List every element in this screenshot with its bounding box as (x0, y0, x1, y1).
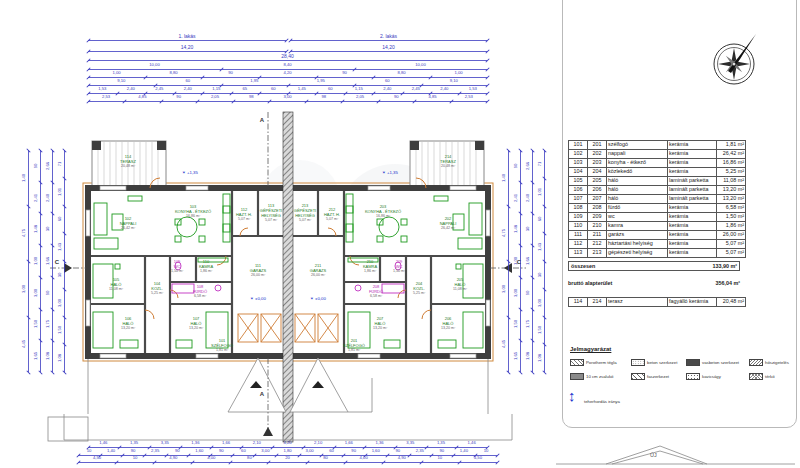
gross-area-row: bruttó alapterület 356,04 m² (568, 280, 740, 286)
schedule-cell: háló (607, 186, 668, 195)
legend-title: Jelmagyarázat (570, 346, 794, 352)
new-building-label: ÚJ (650, 452, 657, 458)
legend-grid: Porotherm téglabeton szerkezetvasbeton s… (570, 359, 794, 380)
schedule-cell: 114 (569, 298, 588, 307)
sw-rc-swatch-icon (686, 359, 700, 366)
schedule-cell: 206 (588, 186, 607, 195)
schedule-cell: 5,07 m² (717, 249, 746, 258)
party-wall (283, 112, 293, 442)
schedule-cell: kerámia (668, 231, 717, 240)
schedule-cell: kerámia (668, 141, 717, 150)
load-direction-arrow-icon: ↕ (568, 388, 576, 403)
schedule-row: 113213gépészeti helyiségkerámia5,07 m² (569, 249, 746, 258)
schedule-cell: 202 (588, 150, 607, 159)
gross-label: bruttó alapterület (568, 280, 612, 286)
terrace-row: 114214teraszfagyálló kerámia20,48 m² (569, 298, 746, 307)
legend-label: Porotherm tégla (586, 360, 617, 365)
schedule-cell: kerámia (668, 240, 717, 249)
schedule-cell: 1,81 m² (717, 141, 746, 150)
terrace-schedule-table: 114214teraszfagyálló kerámia20,48 m² (568, 297, 746, 307)
schedule-cell: 107 (569, 195, 588, 204)
sw-ins-swatch-icon (749, 359, 763, 366)
terrace-left (92, 141, 166, 188)
schedule-cell: szélfogó (607, 141, 668, 150)
legend-item: Porotherm tégla (570, 359, 630, 366)
legend-item: beton szerkezet (631, 359, 685, 366)
schedule-cell: háló (607, 177, 668, 186)
schedule-cell: 104 (569, 168, 588, 177)
schedule-cell: fagyálló kerámia (668, 298, 717, 307)
schedule-cell: 112 (569, 240, 588, 249)
legend-item: vasbeton szerkezet (686, 359, 748, 366)
schedule-cell: wc (607, 213, 668, 222)
roof-sketch (556, 446, 795, 464)
schedule-row: 109209wckerámia1,50 m² (569, 213, 746, 222)
schedule-cell: háztartási helyiség (607, 240, 668, 249)
schedule-cell: 102 (569, 150, 588, 159)
schedule-row: 106206hálólaminált parketta13,20 m² (569, 186, 746, 195)
legend-label: 10 cm zsalukő (586, 374, 613, 379)
schedule-cell: 210 (588, 222, 607, 231)
schedule-row: 101201szélfogókerámia1,81 m² (569, 141, 746, 150)
schedule-cell: laminált parketta (668, 177, 717, 186)
schedule-row: 104204közlekedőkerámia5,25 m² (569, 168, 746, 177)
schedule-row: 110210kamrakerámia1,86 m² (569, 222, 746, 231)
schedule-cell: konyha - étkező (607, 159, 668, 168)
legend-label: vasbeton szerkezet (702, 360, 739, 365)
schedule-cell: 5,25 m² (717, 168, 746, 177)
sw-stipple-swatch-icon (631, 359, 645, 366)
sw-block-swatch-icon (570, 373, 584, 380)
schedule-cell: 207 (588, 195, 607, 204)
gross-value: 356,04 m² (715, 280, 740, 286)
load-direction-label: teherhordás iránya (584, 399, 620, 404)
total-label: összesen (571, 263, 595, 269)
schedule-cell: kerámia (668, 150, 717, 159)
schedule-cell: 105 (569, 177, 588, 186)
schedule-cell: 109 (569, 213, 588, 222)
schedule-cell: háló (607, 195, 668, 204)
sw-wood-swatch-icon (631, 373, 645, 380)
schedule-cell: kerámia (668, 213, 717, 222)
schedule-cell: 5,07 m² (717, 240, 746, 249)
schedule-cell: 26,42 m² (717, 150, 746, 159)
room-schedule-table: 101201szélfogókerámia1,81 m²102202nappal… (568, 140, 746, 258)
schedule-cell: 201 (588, 141, 607, 150)
schedule-row: 107207hálólaminált parketta13,20 m² (569, 195, 746, 204)
schedule-cell: 212 (588, 240, 607, 249)
schedule-cell: 11,08 m² (717, 177, 746, 186)
legend-item: faszerkezet (631, 373, 685, 380)
schedule-cell: kerámia (668, 168, 717, 177)
schedule-cell: 106 (569, 186, 588, 195)
total-value: 133,90 m² (712, 263, 737, 269)
schedule-cell: 211 (588, 231, 607, 240)
schedule-cell: kerámia (668, 204, 717, 213)
schedule-cell: 1,50 m² (717, 213, 746, 222)
schedule-cell: 111 (569, 231, 588, 240)
schedule-cell: 113 (569, 249, 588, 258)
schedule-cell: 203 (588, 159, 607, 168)
schedule-cell: kerámia (668, 249, 717, 258)
legend-item: 10 cm zsalukő (570, 373, 630, 380)
drawing-sheet: 1. lakás2. lakás14,2014,2028,4010,008,40… (0, 0, 800, 468)
schedule-cell: kerámia (668, 222, 717, 231)
schedule-cell: 205 (588, 177, 607, 186)
schedule-row: 111211garázskerámia26,00 m² (569, 231, 746, 240)
schedule-cell: 214 (588, 298, 607, 307)
schedule-row: 112212háztartási helyiségkerámia5,07 m² (569, 240, 746, 249)
legend-label: térkő (765, 374, 775, 379)
schedule-cell: 20,48 m² (717, 298, 746, 307)
schedule-cell: 101 (569, 141, 588, 150)
schedule-cell: kamra (607, 222, 668, 231)
schedule-cell: közlekedő (607, 168, 668, 177)
schedule-row: 108208fürdőkerámia6,58 m² (569, 204, 746, 213)
schedule-cell: kerámia (668, 159, 717, 168)
schedule-cell: 108 (569, 204, 588, 213)
legend: Jelmagyarázat Porotherm téglabeton szerk… (566, 346, 794, 380)
schedule-cell: 208 (588, 204, 607, 213)
schedule-cell: 110 (569, 222, 588, 231)
schedule-total-row: összesen 133,90 m² (568, 261, 740, 271)
schedule-cell: laminált parketta (668, 195, 717, 204)
schedule-cell: fürdő (607, 204, 668, 213)
sw-brick-swatch-icon (570, 359, 584, 366)
schedule-cell: 26,00 m² (717, 231, 746, 240)
